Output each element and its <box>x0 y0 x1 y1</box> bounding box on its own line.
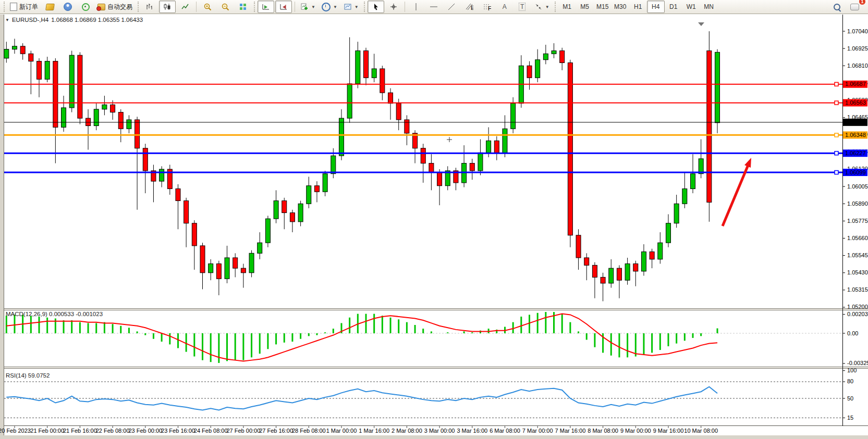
candle-bearish <box>494 141 499 153</box>
toolbar-grip <box>364 2 365 12</box>
time-tick-label: 28 Feb 08:00 <box>292 428 326 434</box>
timeframe-button-m30[interactable]: M30 <box>612 1 629 13</box>
timeframe-button-w1[interactable]: W1 <box>682 1 700 13</box>
price-badge-label: 1.06099 <box>845 169 866 175</box>
chart-window: 1.070401.069251.068101.066951.065801.064… <box>0 15 868 439</box>
candle-bearish <box>184 200 189 223</box>
zoom-in-button[interactable] <box>199 1 216 13</box>
candle-bullish <box>535 60 540 78</box>
zoom-in-icon <box>203 3 212 11</box>
chart-canvas[interactable]: 1.070401.069251.068101.066951.065801.064… <box>0 15 868 439</box>
timeframe-button-h1[interactable]: H1 <box>629 1 647 13</box>
hline-handle[interactable] <box>835 171 838 174</box>
candle-bullish <box>715 52 720 122</box>
candle-bullish <box>160 169 164 181</box>
profile-button[interactable] <box>59 1 76 13</box>
clock-icon <box>322 3 331 11</box>
candle-bearish <box>241 268 246 273</box>
candle-bearish <box>380 69 385 93</box>
text-button[interactable]: A <box>496 1 513 13</box>
candle-bullish <box>552 51 556 54</box>
bar-chart-button[interactable] <box>141 1 158 13</box>
line-chart-button[interactable] <box>177 1 193 13</box>
templates-button[interactable]: ▼ <box>341 1 361 13</box>
trendline-icon <box>447 3 456 11</box>
hline-handle[interactable] <box>835 152 838 155</box>
channel-button[interactable]: E <box>461 1 478 13</box>
hline-handle[interactable] <box>835 101 838 105</box>
notifications-button[interactable]: 1 <box>846 1 863 13</box>
timeframe-button-mn[interactable]: MN <box>700 1 718 13</box>
time-tick-label: 1 Mar 00:00 <box>326 428 357 434</box>
candle-bullish <box>274 200 278 219</box>
timeframe-button-m15[interactable]: M15 <box>594 1 612 13</box>
crosshair-icon <box>389 3 398 11</box>
tile-windows-button[interactable] <box>235 1 251 13</box>
candlestick-chart-button[interactable] <box>159 1 176 13</box>
toolbar-separator <box>196 2 197 12</box>
candle-bullish <box>249 253 254 272</box>
search-button[interactable] <box>828 1 845 13</box>
auto-scroll-button[interactable] <box>258 1 274 13</box>
candle-bearish <box>601 277 605 283</box>
candle-bullish <box>94 109 99 126</box>
candle-bearish <box>216 264 221 279</box>
timeframe-button-d1[interactable]: D1 <box>665 1 682 13</box>
candle-bullish <box>323 174 327 192</box>
candle-bearish <box>135 120 140 148</box>
candle-bullish <box>543 54 548 60</box>
candle-bearish <box>111 105 115 112</box>
price-tick-label: 1.06005 <box>847 183 868 190</box>
arrows-shapes-icon <box>534 3 543 11</box>
new-order-icon <box>10 3 17 11</box>
auto-trading-button[interactable]: 自动交易 <box>95 1 135 13</box>
rsi-tick-label: 80 <box>847 378 853 384</box>
time-tick-label: 21 Feb 16:00 <box>63 428 97 434</box>
crosshair-button[interactable] <box>385 1 402 13</box>
candle-bullish <box>4 49 9 58</box>
price-tick-label: 1.05545 <box>847 252 868 258</box>
periods-button[interactable]: ▼ <box>319 1 340 13</box>
time-tick-label: 23 Feb 16:00 <box>161 428 195 434</box>
candle-bearish <box>37 61 42 80</box>
trendline-button[interactable] <box>443 1 460 13</box>
candle-bullish <box>658 243 663 259</box>
time-tick-label: 6 Mar 08:00 <box>490 428 520 434</box>
hline-handle[interactable] <box>835 133 838 137</box>
text-label-button[interactable]: T <box>514 1 531 13</box>
chart-shift-button[interactable] <box>275 1 292 13</box>
candle-bearish <box>290 213 295 222</box>
macd-indicator-label: MACD(12,26,9) 0.000533 -0.001023 <box>6 311 103 317</box>
candle-bullish <box>511 103 516 129</box>
toolbar-separator <box>295 2 295 12</box>
new-order-button[interactable]: 新订单 <box>7 1 41 13</box>
toolbar-grip <box>555 2 556 12</box>
cursor-button[interactable] <box>368 1 384 13</box>
price-tick-label: 1.05200 <box>847 304 868 310</box>
zoom-out-button[interactable] <box>217 1 234 13</box>
candle-bearish <box>560 51 565 62</box>
chart-title[interactable]: ▼ EURUSD-,H4 1.06868 1.06869 1.06355 1.0… <box>5 17 143 23</box>
timeframe-button-h4[interactable]: H4 <box>647 1 665 13</box>
timeframe-button-m5[interactable]: M5 <box>576 1 594 13</box>
metaeditor-button[interactable] <box>42 1 58 13</box>
shapes-button[interactable]: ▼ <box>532 1 552 13</box>
hline-handle[interactable] <box>835 82 838 86</box>
signals-button[interactable] <box>77 1 94 13</box>
candle-bearish <box>396 103 401 120</box>
fibonacci-button[interactable]: F <box>479 1 495 13</box>
chevron-down-icon: ▼ <box>545 5 549 9</box>
toolbar-separator <box>405 2 405 12</box>
price-badge-label: 1.06563 <box>845 99 866 106</box>
window-left-border <box>0 15 4 439</box>
candle-bullish <box>102 105 107 109</box>
candle-bullish <box>12 46 17 49</box>
candle-bullish <box>609 268 614 283</box>
candle-bearish <box>53 61 58 128</box>
price-tick-label: 1.05890 <box>847 200 868 207</box>
horizontal-line-button[interactable] <box>425 1 442 13</box>
indicators-button[interactable]: ▼ <box>298 1 318 13</box>
vertical-line-button[interactable] <box>408 1 424 13</box>
candle-bearish <box>650 252 654 259</box>
timeframe-button-m1[interactable]: M1 <box>558 1 576 13</box>
